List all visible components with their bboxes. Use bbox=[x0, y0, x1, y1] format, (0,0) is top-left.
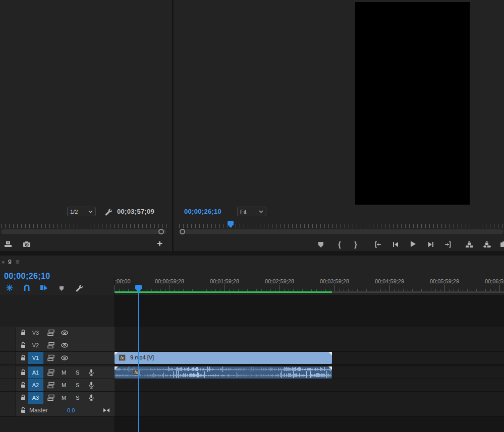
master-gain-value[interactable]: 0.0 bbox=[67, 407, 75, 413]
ruler-label: ;00;00 bbox=[115, 278, 131, 284]
timeline-ruler-ticks[interactable] bbox=[115, 285, 504, 291]
export-frame-button[interactable] bbox=[22, 240, 31, 249]
panel-vertical-divider[interactable] bbox=[172, 0, 174, 251]
mute-a2[interactable]: M bbox=[62, 379, 66, 391]
mute-a1[interactable]: M bbox=[62, 366, 66, 379]
sync-lock-v1[interactable] bbox=[46, 353, 55, 362]
track-lane-master[interactable] bbox=[115, 404, 504, 417]
sync-lock-a1[interactable] bbox=[46, 368, 55, 377]
play-button[interactable] bbox=[408, 239, 417, 249]
eye-icon bbox=[61, 354, 69, 362]
source-zoom-scrollbar[interactable] bbox=[1, 229, 166, 234]
mark-out-button[interactable]: } bbox=[351, 240, 360, 249]
eye-icon bbox=[61, 341, 69, 349]
step-forward-button[interactable] bbox=[426, 240, 435, 249]
track-header-v2: V2 bbox=[0, 339, 115, 352]
microphone-icon bbox=[87, 368, 95, 377]
lock-track-master[interactable] bbox=[19, 406, 28, 415]
timeline-panel-close-button[interactable]: × bbox=[2, 259, 5, 265]
program-fit-select[interactable]: Fit bbox=[237, 207, 266, 216]
track-name-v2[interactable]: V2 bbox=[28, 339, 43, 351]
fx-badge[interactable]: fx bbox=[119, 354, 126, 361]
timeline-panel-menu-button[interactable]: ≡ bbox=[16, 258, 20, 266]
microphone-icon bbox=[87, 381, 95, 389]
overwrite-button[interactable] bbox=[4, 240, 13, 249]
program-scrollbar-handle[interactable] bbox=[180, 229, 185, 234]
sync-lock-v3[interactable] bbox=[46, 328, 55, 337]
program-current-timecode[interactable]: 00;00;26;10 bbox=[184, 208, 221, 215]
voiceover-a1[interactable] bbox=[87, 368, 96, 377]
mute-a3[interactable]: M bbox=[62, 392, 66, 404]
track-name-v3[interactable]: V3 bbox=[28, 327, 43, 339]
source-settings-button[interactable] bbox=[103, 207, 113, 216]
track-header-strip bbox=[0, 379, 16, 391]
wrench-icon bbox=[104, 208, 112, 216]
voiceover-a2[interactable] bbox=[87, 381, 96, 390]
lift-button[interactable] bbox=[465, 240, 474, 249]
sync-lock-a2[interactable] bbox=[46, 381, 55, 390]
sync-lock-a3[interactable] bbox=[46, 393, 55, 402]
lock-track-v1[interactable] bbox=[19, 353, 28, 362]
track-name-a1[interactable]: A1 bbox=[28, 366, 43, 379]
track-name-a2[interactable]: A2 bbox=[28, 379, 43, 391]
solo-a3[interactable]: S bbox=[76, 392, 79, 404]
lock-track-a2[interactable] bbox=[19, 381, 28, 390]
source-button-editor[interactable]: + bbox=[157, 239, 162, 248]
sync-lock-icon bbox=[47, 394, 55, 402]
lift-icon bbox=[465, 240, 473, 249]
lock-track-a3[interactable] bbox=[19, 393, 28, 402]
toggle-output-v2[interactable] bbox=[60, 341, 69, 350]
mark-in-button[interactable]: { bbox=[335, 240, 344, 249]
timeline-current-timecode[interactable]: 00;00;26;10 bbox=[4, 272, 50, 281]
timeline-settings-button[interactable] bbox=[74, 283, 83, 292]
timeline-ruler-labels[interactable]: ;00;00 00;00;59;28 00;01;59;28 00;02;59;… bbox=[115, 278, 504, 285]
step-forward-icon bbox=[427, 240, 435, 249]
solo-a1[interactable]: S bbox=[76, 366, 79, 379]
timeline-add-marker-button[interactable] bbox=[57, 284, 66, 293]
track-lane-a3[interactable] bbox=[115, 392, 504, 404]
nest-icon bbox=[6, 284, 14, 292]
track-header-a3: A3 M S bbox=[0, 392, 115, 404]
track-name-v1[interactable]: V1 bbox=[28, 352, 43, 364]
track-lane-a2[interactable] bbox=[115, 379, 504, 392]
timeline-tab[interactable]: 9 bbox=[8, 259, 12, 266]
video-clip[interactable]: fx 9.mp4 [V] bbox=[115, 352, 332, 364]
ruler-label: 00;04;59;29 bbox=[375, 278, 404, 284]
track-lane-v3[interactable] bbox=[115, 327, 504, 339]
master-track-label: Master bbox=[29, 407, 48, 414]
voiceover-a3[interactable] bbox=[87, 393, 96, 402]
extract-button[interactable] bbox=[482, 240, 491, 249]
toggle-output-v1[interactable] bbox=[60, 353, 69, 362]
add-marker-button[interactable] bbox=[316, 240, 325, 249]
linked-selection-button[interactable] bbox=[39, 283, 48, 292]
toggle-output-v3[interactable] bbox=[60, 328, 69, 337]
track-header-strip bbox=[0, 352, 16, 364]
track-name-a3[interactable]: A3 bbox=[28, 392, 43, 404]
source-zoom-select[interactable]: 1/2 bbox=[67, 207, 96, 216]
extract-icon bbox=[483, 240, 491, 249]
go-to-in-button[interactable] bbox=[373, 240, 382, 249]
nest-toggle-button[interactable] bbox=[5, 283, 14, 292]
solo-a2[interactable]: S bbox=[76, 379, 79, 391]
major-tick bbox=[170, 285, 170, 291]
go-to-out-button[interactable] bbox=[443, 240, 453, 249]
program-zoom-scrollbar[interactable] bbox=[180, 229, 503, 234]
lock-open-icon bbox=[19, 406, 27, 414]
audio-clip[interactable]: fx bbox=[115, 366, 332, 379]
major-tick bbox=[225, 285, 225, 291]
source-mini-ruler[interactable] bbox=[1, 224, 167, 228]
track-lane-v2[interactable] bbox=[115, 339, 504, 352]
sync-lock-v2[interactable] bbox=[46, 341, 55, 350]
source-scrollbar-handle[interactable] bbox=[158, 229, 164, 234]
timeline-playhead-line[interactable] bbox=[138, 285, 139, 432]
step-back-button[interactable] bbox=[391, 240, 400, 249]
audio-waveform bbox=[115, 366, 332, 379]
eye-icon bbox=[61, 329, 69, 337]
export-frame-program-button[interactable] bbox=[499, 240, 504, 249]
lock-track-v3[interactable] bbox=[19, 328, 28, 337]
lock-track-a1[interactable] bbox=[19, 368, 28, 377]
lock-track-v2[interactable] bbox=[19, 341, 28, 350]
panel-horizontal-divider[interactable] bbox=[0, 251, 504, 256]
master-pan-button[interactable] bbox=[102, 406, 111, 415]
snap-toggle-button[interactable] bbox=[22, 283, 31, 292]
